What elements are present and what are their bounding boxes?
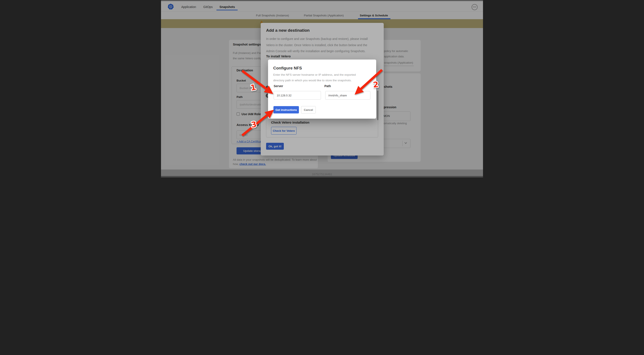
cancel-button[interactable]: Cancel — [301, 106, 316, 113]
nfs-server-input[interactable] — [274, 91, 321, 100]
admin-console-page: Application GitOps Snapshots ••• Full Sn… — [161, 0, 483, 177]
configure-nfs-body: Enter the NFS server hostname or IP addr… — [273, 72, 356, 83]
configure-nfs-title: Configure NFS — [273, 66, 302, 70]
nfs-path-input[interactable] — [325, 91, 370, 100]
nfs-server-label: Server — [274, 84, 283, 88]
nfs-path-label: Path — [324, 84, 331, 88]
configure-nfs-modal: Configure NFS Enter the NFS server hostn… — [268, 59, 376, 119]
get-instructions-button[interactable]: Get instructions — [274, 106, 299, 113]
